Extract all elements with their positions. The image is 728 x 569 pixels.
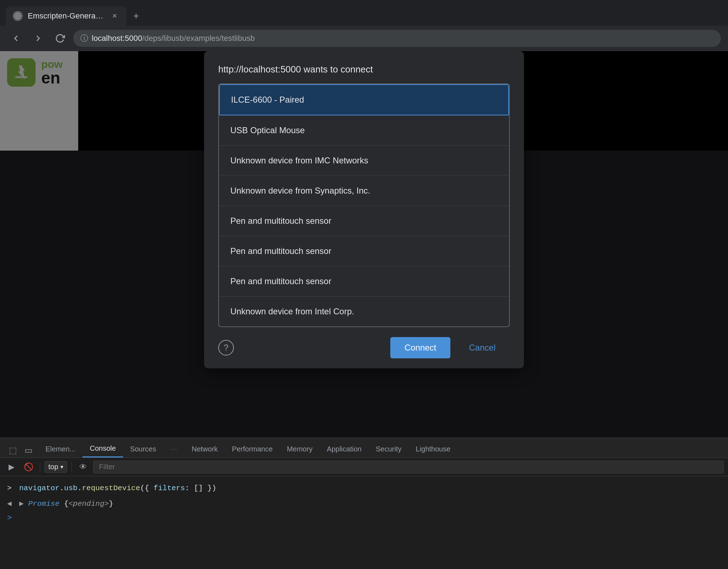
back-button[interactable] xyxy=(7,29,25,47)
devtools-cursor-icon[interactable]: ⬚ xyxy=(6,443,20,457)
device-list-item[interactable]: Unknown device from Intel Corp. xyxy=(219,297,509,326)
top-context-arrow: ▾ xyxy=(60,464,63,470)
device-list-item[interactable]: Unknown device from IMC Networks xyxy=(219,146,509,176)
reload-button[interactable] xyxy=(51,29,69,47)
console-prompt-indicator: > xyxy=(7,514,12,522)
devtools-icons: ⬚ ▭ xyxy=(3,443,38,457)
tab-lighthouse[interactable]: Lighthouse xyxy=(408,440,457,457)
devtools-no-entry-icon[interactable]: 🚫 xyxy=(21,460,36,474)
new-tab-button[interactable]: + xyxy=(127,6,146,26)
devtools-toolbar: ▶ 🚫 top ▾ 👁 xyxy=(0,458,728,476)
device-list-item[interactable]: Pen and multitouch sensor xyxy=(219,266,509,297)
device-list-item[interactable]: ILCE-6600 - Paired xyxy=(219,84,509,115)
tab-memory[interactable]: Memory xyxy=(280,440,320,457)
address-bar[interactable]: ⓘ localhost:5000/deps/libusb/examples/te… xyxy=(73,30,721,47)
device-list-item[interactable]: Pen and multitouch sensor xyxy=(219,206,509,236)
tab-close-button[interactable]: ✕ xyxy=(109,11,119,21)
device-list-item[interactable]: Pen and multitouch sensor xyxy=(219,236,509,266)
tab-console[interactable]: Console xyxy=(82,440,123,457)
top-context-selector[interactable]: top ▾ xyxy=(44,461,67,473)
device-list-item[interactable]: USB Optical Mouse xyxy=(219,115,509,146)
tab-application[interactable]: Application xyxy=(320,440,369,457)
tab-performance[interactable]: Performance xyxy=(225,440,280,457)
devtools-mobile-icon[interactable]: ▭ xyxy=(21,443,36,457)
expand-arrow[interactable]: ▶ xyxy=(19,500,24,508)
devtools-play-icon[interactable]: ▶ xyxy=(4,460,18,474)
forward-button[interactable] xyxy=(29,29,47,47)
dialog-buttons: Connect Cancel xyxy=(390,337,510,358)
console-line-2: ◀ ▶ Promise {<pending>} xyxy=(7,496,721,512)
console-line-1: > navigator.usb.requestDevice({ filters:… xyxy=(7,481,721,496)
console-output: > navigator.usb.requestDevice({ filters:… xyxy=(0,476,728,529)
device-list-item[interactable]: Unknown device from Synaptics, Inc. xyxy=(219,176,509,206)
tab-security[interactable]: Security xyxy=(369,440,408,457)
tab-bar: Emscripten-Generated Code ✕ + xyxy=(0,0,728,26)
tab-elements[interactable]: Elemen... xyxy=(38,440,82,457)
dialog-title: http://localhost:5000 wants to connect xyxy=(218,64,510,75)
usb-connect-dialog: http://localhost:5000 wants to connect I… xyxy=(204,51,524,368)
top-context-label: top xyxy=(48,463,58,471)
toolbar-separator-1 xyxy=(40,462,40,472)
dialog-footer: ? Connect Cancel xyxy=(204,327,524,368)
console-input-arrow: > xyxy=(7,483,16,494)
device-list[interactable]: ILCE-6600 - PairedUSB Optical MouseUnkno… xyxy=(218,83,510,327)
dialog-header: http://localhost:5000 wants to connect xyxy=(204,51,524,83)
console-filter-input[interactable] xyxy=(93,461,724,473)
tab-sources[interactable]: Sources xyxy=(123,440,163,457)
browser-chrome: Emscripten-Generated Code ✕ + xyxy=(0,0,728,51)
tab-network[interactable]: — xyxy=(163,440,184,457)
address-host: localhost:5000 xyxy=(92,34,142,43)
tab-title: Emscripten-Generated Code xyxy=(28,11,105,21)
console-command: navigator.usb.requestDevice({ filters: [… xyxy=(19,483,216,494)
address-bar-info-icon: ⓘ xyxy=(80,33,88,44)
nav-bar: ⓘ localhost:5000/deps/libusb/examples/te… xyxy=(0,26,728,51)
connect-button[interactable]: Connect xyxy=(390,337,450,358)
help-icon[interactable]: ? xyxy=(218,340,234,356)
tab-network-label[interactable]: Network xyxy=(184,440,225,457)
devtools-tab-bar: ⬚ ▭ Elemen... Console Sources — Network … xyxy=(0,438,728,458)
devtools-panel: ⬚ ▭ Elemen... Console Sources — Network … xyxy=(0,438,728,569)
devtools-eye-icon[interactable]: 👁 xyxy=(76,460,90,474)
console-result: ▶ Promise {<pending>} xyxy=(19,498,113,510)
address-path: /deps/libusb/examples/testlibusb xyxy=(142,34,255,43)
console-prompt-line: > xyxy=(7,511,721,525)
address-text: localhost:5000/deps/libusb/examples/test… xyxy=(92,34,255,43)
main-area: pow en http://localhost:5000 wants to co… xyxy=(0,51,728,569)
tab-favicon xyxy=(13,11,23,21)
browser-tab[interactable]: Emscripten-Generated Code ✕ xyxy=(6,6,127,26)
toolbar-separator-2 xyxy=(71,462,72,472)
cancel-button[interactable]: Cancel xyxy=(455,337,510,358)
console-output-arrow: ◀ xyxy=(7,498,16,510)
